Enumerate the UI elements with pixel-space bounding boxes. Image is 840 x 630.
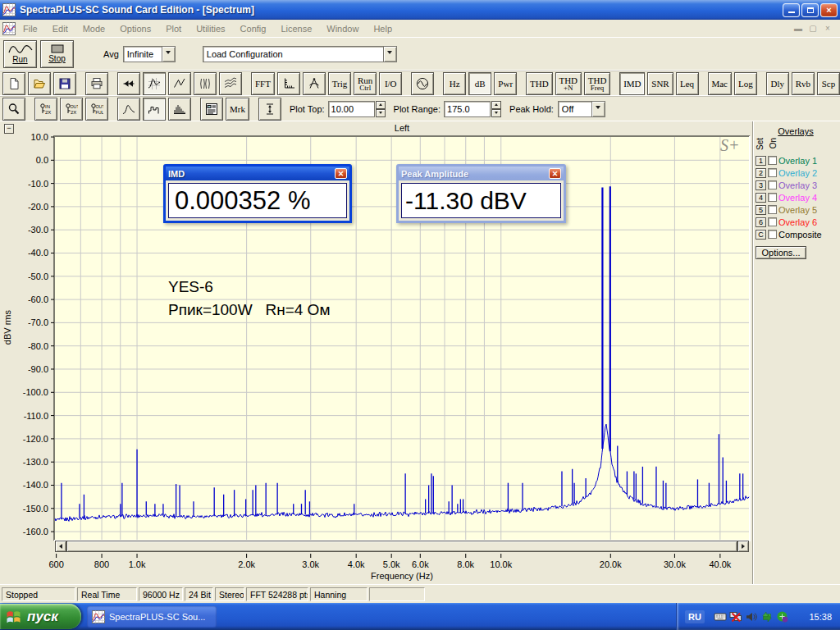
io-button[interactable]: I/O bbox=[379, 72, 402, 95]
menu-help[interactable]: Help bbox=[366, 21, 399, 36]
language-indicator[interactable]: RU bbox=[685, 610, 705, 623]
menu-utilities[interactable]: Utilities bbox=[189, 21, 232, 36]
fast-forward-button[interactable] bbox=[117, 72, 140, 95]
overlay-on-checkbox-3[interactable] bbox=[768, 180, 777, 189]
plot-top-spinner[interactable] bbox=[376, 101, 386, 117]
scroll-right-icon[interactable] bbox=[737, 541, 749, 552]
power-units-button[interactable]: Pwr bbox=[494, 72, 517, 95]
save-button[interactable] bbox=[53, 72, 76, 95]
volume-icon[interactable] bbox=[745, 610, 758, 623]
run-control-button[interactable]: RunCtrl bbox=[354, 72, 377, 95]
spectrum-plot-panel: Left − dBV rms 10.00.0-10.0-20.0-30.0-40… bbox=[0, 121, 755, 584]
waveform-view-button[interactable] bbox=[168, 72, 191, 95]
svg-text:-130.0: -130.0 bbox=[23, 457, 48, 467]
overlay-on-checkbox-6[interactable] bbox=[768, 217, 777, 226]
bar-plot-button[interactable] bbox=[143, 98, 166, 121]
overlay-set-button-1[interactable]: 1 bbox=[756, 156, 766, 166]
peak-hold-combobox[interactable]: Off bbox=[558, 101, 605, 117]
print-button[interactable] bbox=[85, 72, 108, 95]
new-button[interactable] bbox=[2, 72, 25, 95]
configuration-combobox[interactable]: Load Configuration bbox=[203, 46, 397, 62]
menu-mode[interactable]: Mode bbox=[75, 21, 113, 36]
minimize-button[interactable] bbox=[783, 3, 800, 17]
network-ok-icon[interactable] bbox=[776, 610, 789, 623]
thd-freq-button[interactable]: THDFreq bbox=[584, 72, 610, 95]
horizontal-scrollbar[interactable] bbox=[55, 541, 749, 552]
signal-generator-button[interactable] bbox=[411, 72, 434, 95]
keyboard-icon[interactable] bbox=[714, 610, 727, 623]
plot-details-button[interactable] bbox=[200, 98, 223, 121]
sync-icon[interactable] bbox=[760, 610, 774, 623]
scrollbar-thumb[interactable] bbox=[66, 541, 737, 552]
open-button[interactable] bbox=[28, 72, 51, 95]
plot-top-input[interactable] bbox=[328, 101, 375, 117]
zoom-button[interactable] bbox=[2, 98, 25, 121]
zoom-out-full-button[interactable]: OUTFULL bbox=[85, 98, 108, 121]
overlay-options-button[interactable]: Options... bbox=[756, 246, 806, 259]
zoom-in-2x-button[interactable]: IN2X bbox=[34, 98, 57, 121]
amplitude-scale-button[interactable] bbox=[258, 98, 281, 121]
restore-button[interactable] bbox=[801, 3, 819, 17]
overlay-set-button-3[interactable]: 3 bbox=[756, 180, 766, 190]
stop-button[interactable]: Stop bbox=[40, 40, 74, 68]
imd-window-titlebar[interactable]: IMD ✕ bbox=[166, 167, 349, 180]
overlay-on-checkbox-2[interactable] bbox=[768, 168, 777, 177]
hz-units-button[interactable]: Hz bbox=[443, 72, 466, 95]
menu-edit[interactable]: Edit bbox=[45, 21, 75, 36]
scope-button[interactable]: Scp bbox=[817, 72, 840, 95]
overlay-set-button-2[interactable]: 2 bbox=[756, 168, 766, 178]
avg-combobox[interactable]: Infinite bbox=[123, 46, 176, 62]
overlay-set-button-5[interactable]: 5 bbox=[756, 205, 766, 215]
network-error-icon[interactable] bbox=[729, 610, 742, 623]
line-plot-button[interactable] bbox=[117, 98, 140, 121]
calibration-button[interactable] bbox=[303, 72, 326, 95]
plot-range-input[interactable] bbox=[444, 101, 491, 117]
thd-button[interactable]: THD bbox=[526, 72, 552, 95]
imd-button[interactable]: IMD bbox=[619, 72, 645, 95]
plot-range-spinner[interactable] bbox=[491, 101, 501, 117]
overlay-set-button-6[interactable]: 6 bbox=[756, 217, 766, 227]
macro-button[interactable]: Mac bbox=[708, 72, 732, 95]
start-button[interactable]: пуск bbox=[0, 604, 81, 629]
title-bar[interactable]: SpectraPLUS-SC Sound Card Edition - [Spe… bbox=[0, 0, 840, 20]
trigger-button[interactable]: Trig bbox=[328, 72, 351, 95]
overlay-on-checkbox-5[interactable] bbox=[768, 205, 777, 214]
overlay-set-button-4[interactable]: 4 bbox=[756, 193, 766, 203]
delay-button[interactable]: Dly bbox=[766, 72, 789, 95]
spectrogram-view-button[interactable] bbox=[194, 72, 217, 95]
peak-window-titlebar[interactable]: Peak Amplitude ✕ bbox=[399, 167, 564, 180]
spectrum-view-button[interactable] bbox=[143, 72, 166, 95]
surface-view-button[interactable] bbox=[219, 72, 242, 95]
menu-plot[interactable]: Plot bbox=[158, 21, 189, 36]
close-button[interactable]: × bbox=[820, 3, 838, 17]
scaling-button[interactable] bbox=[277, 72, 300, 95]
menu-options[interactable]: Options bbox=[112, 21, 158, 36]
overlay-on-checkbox-C[interactable] bbox=[768, 230, 777, 239]
keyboard-icon bbox=[714, 610, 727, 623]
close-icon[interactable]: ✕ bbox=[549, 168, 561, 179]
overlay-set-button-C[interactable]: C bbox=[756, 230, 766, 240]
leq-button[interactable]: Leq bbox=[676, 72, 699, 95]
close-icon[interactable]: ✕ bbox=[335, 168, 347, 179]
db-units-button[interactable]: dB bbox=[468, 72, 491, 95]
overlay-on-checkbox-1[interactable] bbox=[768, 156, 777, 165]
fft-settings-button[interactable]: FFT bbox=[251, 72, 275, 95]
menu-config[interactable]: Config bbox=[233, 21, 274, 36]
mdi-close-icon[interactable]: × bbox=[821, 23, 834, 34]
overlay-on-checkbox-4[interactable] bbox=[768, 193, 777, 202]
marker-button[interactable]: Mrk bbox=[226, 98, 249, 121]
menu-window[interactable]: Window bbox=[319, 21, 366, 36]
log-button[interactable]: Log bbox=[734, 72, 757, 95]
thd-n-button[interactable]: THD+N bbox=[555, 72, 582, 95]
zoom-out-2x-button[interactable]: OUT2X bbox=[60, 98, 83, 121]
mdi-restore-icon[interactable]: ▢ bbox=[806, 23, 819, 34]
run-button[interactable]: Run bbox=[3, 40, 37, 68]
reverb-button[interactable]: Rvb bbox=[792, 72, 815, 95]
menu-file[interactable]: File bbox=[16, 21, 45, 36]
snr-button[interactable]: SNR bbox=[647, 72, 673, 95]
menu-license[interactable]: License bbox=[273, 21, 319, 36]
scroll-left-icon[interactable] bbox=[55, 541, 66, 552]
mdi-minimize-icon[interactable]: ▬ bbox=[792, 23, 805, 34]
histogram-plot-button[interactable] bbox=[168, 98, 191, 121]
taskbar-app-button[interactable]: SpectraPLUS-SC Sou... bbox=[87, 606, 217, 628]
